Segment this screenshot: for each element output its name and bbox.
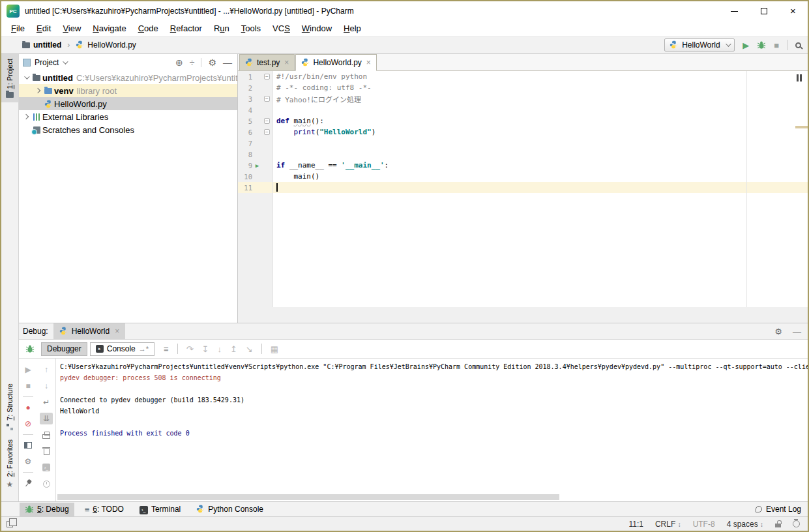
fold-icon[interactable]: − bbox=[262, 129, 272, 135]
editor-tab-testpy[interactable]: test.py × bbox=[239, 54, 295, 70]
hide-panel-icon[interactable]: — bbox=[793, 327, 801, 336]
gutter[interactable]: 7 bbox=[238, 138, 273, 149]
show-execution-point-icon[interactable]: ≡ bbox=[164, 344, 169, 354]
fold-icon[interactable]: − bbox=[262, 96, 272, 102]
toolwindow-switcher-icon[interactable] bbox=[7, 521, 13, 527]
console-output[interactable]: C:¥Users¥kazuhiro¥PycharmProjects¥untitl… bbox=[55, 359, 808, 501]
toolwindow-button-6-todo[interactable]: ≡6: TODO bbox=[80, 503, 129, 516]
event-log-button[interactable]: Event Log bbox=[756, 505, 801, 514]
code-line-3[interactable]: 3−# Yahoo!にログイン処理 bbox=[238, 93, 808, 104]
indent-select[interactable]: 4 spaces ↕ bbox=[727, 520, 763, 529]
tab-debugger[interactable]: Debugger bbox=[41, 342, 87, 356]
debug-session-tab[interactable]: HelloWorld × bbox=[53, 323, 125, 340]
stop-button[interactable]: ■ bbox=[774, 40, 779, 50]
evaluate-expression-icon[interactable]: ▦ bbox=[271, 344, 278, 354]
code-line-6[interactable]: 6− print("HelloWorld") bbox=[238, 126, 808, 138]
gutter[interactable]: 1− bbox=[238, 71, 273, 82]
editor-tab-helloworldpy[interactable]: HelloWorld.py × bbox=[295, 54, 377, 71]
tree-row-scratches-and-consoles[interactable]: Scratches and Consoles bbox=[19, 123, 237, 136]
run-line-icon[interactable]: ▶ bbox=[252, 162, 262, 169]
chevron-right-icon[interactable] bbox=[22, 115, 31, 119]
tab-console[interactable]: ▸ Console →* bbox=[90, 342, 154, 356]
inspection-indicator-icon[interactable] bbox=[797, 74, 802, 81]
breadcrumb-project[interactable]: untitled bbox=[33, 40, 61, 50]
debug-button[interactable] bbox=[757, 39, 766, 51]
readonly-lock-icon[interactable] bbox=[775, 524, 781, 527]
file-encoding[interactable]: UTF-8 bbox=[693, 520, 715, 529]
gutter[interactable]: 11 bbox=[238, 182, 273, 193]
soft-wrap-icon[interactable]: ↵ bbox=[40, 396, 53, 408]
tree-row-external-libraries[interactable]: External Libraries bbox=[19, 110, 237, 123]
run-to-cursor-icon[interactable]: ↘ bbox=[246, 344, 253, 354]
tree-row-untitled[interactable]: untitled C:¥Users¥kazuhiro¥PycharmProjec… bbox=[19, 71, 237, 84]
code-line-2[interactable]: 2# -*- coding: utf8 -*- bbox=[238, 82, 808, 93]
menu-window[interactable]: Window bbox=[296, 23, 338, 33]
clear-all-icon[interactable] bbox=[40, 445, 53, 457]
sidebar-tab-project[interactable]: 1: Project bbox=[1, 54, 18, 102]
history-clock-icon[interactable] bbox=[40, 478, 53, 490]
code-line-9[interactable]: 9▶if __name__ == '__main__': bbox=[238, 160, 808, 171]
inspection-profile-icon[interactable] bbox=[793, 520, 800, 527]
sidebar-tab-structure[interactable]: 7: Structure bbox=[1, 379, 18, 435]
gutter[interactable]: 3− bbox=[238, 93, 273, 104]
toolwindow-button-python-console[interactable]: Python Console bbox=[191, 503, 269, 516]
restore-layout-icon[interactable] bbox=[22, 439, 35, 451]
down-stack-icon[interactable]: ↓ bbox=[40, 380, 53, 392]
gutter[interactable]: 8 bbox=[238, 149, 273, 160]
menu-view[interactable]: View bbox=[57, 23, 87, 33]
menu-navigate[interactable]: Navigate bbox=[87, 23, 132, 33]
chevron-down-icon[interactable] bbox=[22, 76, 31, 80]
step-out-icon[interactable]: ↥ bbox=[230, 344, 237, 354]
breadcrumb-file[interactable]: HelloWorld.py bbox=[87, 40, 136, 50]
toolwindow-button-terminal[interactable]: ›_Terminal bbox=[134, 503, 186, 516]
gear-icon[interactable]: ⚙ bbox=[208, 57, 216, 68]
mute-breakpoints-icon[interactable]: ⊘ bbox=[22, 418, 35, 430]
chevron-right-icon[interactable] bbox=[33, 89, 42, 93]
line-ending-select[interactable]: CRLF ↕ bbox=[655, 520, 681, 529]
fold-icon[interactable]: − bbox=[262, 118, 272, 124]
code-line-7[interactable]: 7 bbox=[238, 138, 808, 149]
project-panel-title[interactable]: Project bbox=[35, 58, 59, 67]
close-tab-icon[interactable]: × bbox=[284, 58, 289, 67]
run-configuration-select[interactable]: HelloWorld bbox=[664, 38, 735, 52]
gutter[interactable]: 2 bbox=[238, 82, 273, 93]
gutter[interactable]: 9▶ bbox=[238, 160, 273, 171]
gutter[interactable]: 5− bbox=[238, 115, 273, 126]
step-over-icon[interactable]: ↷ bbox=[186, 344, 194, 354]
code-line-8[interactable]: 8 bbox=[238, 149, 808, 160]
editor-empty-space[interactable] bbox=[238, 193, 808, 307]
print-icon[interactable] bbox=[40, 429, 53, 441]
maximize-button[interactable] bbox=[749, 1, 778, 21]
sidebar-tab-favorites[interactable]: 2: Favorites ★ bbox=[1, 435, 18, 494]
resume-icon[interactable]: ▶ bbox=[22, 364, 35, 376]
gutter[interactable]: 4 bbox=[238, 104, 273, 115]
menu-edit[interactable]: Edit bbox=[31, 23, 57, 33]
minimize-button[interactable] bbox=[720, 1, 749, 21]
show-prompt-icon[interactable]: ›_ bbox=[40, 462, 53, 473]
close-session-icon[interactable]: × bbox=[115, 327, 119, 336]
menu-code[interactable]: Code bbox=[132, 23, 164, 33]
close-tab-icon[interactable]: × bbox=[366, 58, 371, 67]
pin-icon[interactable] bbox=[22, 477, 35, 489]
menu-refactor[interactable]: Refactor bbox=[164, 23, 208, 33]
collapse-all-icon[interactable]: ÷ bbox=[190, 57, 195, 68]
settings-gear-icon[interactable]: ⚙ bbox=[22, 456, 35, 467]
scroll-to-end-icon[interactable]: ⇊ bbox=[40, 413, 53, 424]
step-into-icon[interactable]: ↧ bbox=[202, 344, 209, 354]
hide-panel-icon[interactable]: — bbox=[223, 57, 232, 68]
breadcrumb[interactable]: untitled › HelloWorld.py bbox=[22, 40, 136, 50]
menu-file[interactable]: File bbox=[5, 23, 31, 33]
run-button[interactable]: ▶ bbox=[743, 40, 749, 50]
force-step-into-icon[interactable]: ↓ bbox=[217, 344, 222, 354]
menu-run[interactable]: Run bbox=[208, 23, 235, 33]
menu-tools[interactable]: Tools bbox=[235, 23, 267, 33]
view-breakpoints-icon[interactable]: ● bbox=[22, 402, 35, 413]
toolwindow-button-5-debug[interactable]: 5: Debug bbox=[20, 503, 74, 516]
close-button[interactable]: × bbox=[778, 1, 808, 21]
caret-position[interactable]: 11:1 bbox=[628, 520, 643, 529]
tree-row-venv[interactable]: venv library root bbox=[19, 84, 237, 97]
code-line-5[interactable]: 5−def main(): bbox=[238, 115, 808, 126]
gutter[interactable]: 6− bbox=[238, 126, 273, 138]
chevron-down-icon[interactable] bbox=[63, 59, 68, 64]
search-everywhere-icon[interactable] bbox=[795, 42, 801, 48]
